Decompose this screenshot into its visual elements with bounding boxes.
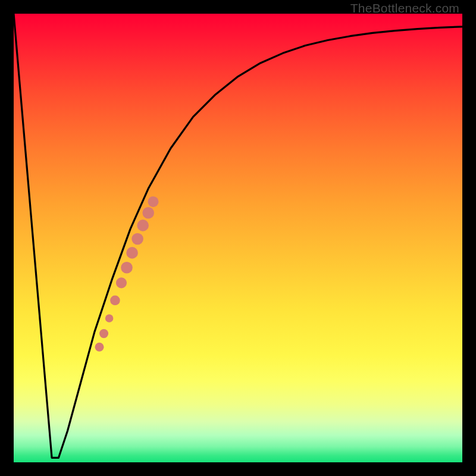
plot-area [14,14,462,462]
watermark-text: TheBottleneck.com [350,1,459,15]
bottleneck-curve [14,14,462,458]
highlight-dots [95,196,158,352]
highlight-dot [131,233,143,245]
highlight-dot [121,262,133,274]
highlight-dot [95,343,104,352]
highlight-dot [126,247,138,259]
highlight-dot [116,277,127,288]
highlight-dot [137,220,149,231]
highlight-dot [142,207,154,219]
chart-frame: TheBottleneck.com [0,0,476,476]
highlight-dot [99,329,108,338]
highlight-dot [110,296,120,306]
highlight-dot [148,196,158,207]
highlight-dot [105,314,114,322]
bottleneck-curve-path [14,14,462,458]
curve-layer [14,14,462,462]
